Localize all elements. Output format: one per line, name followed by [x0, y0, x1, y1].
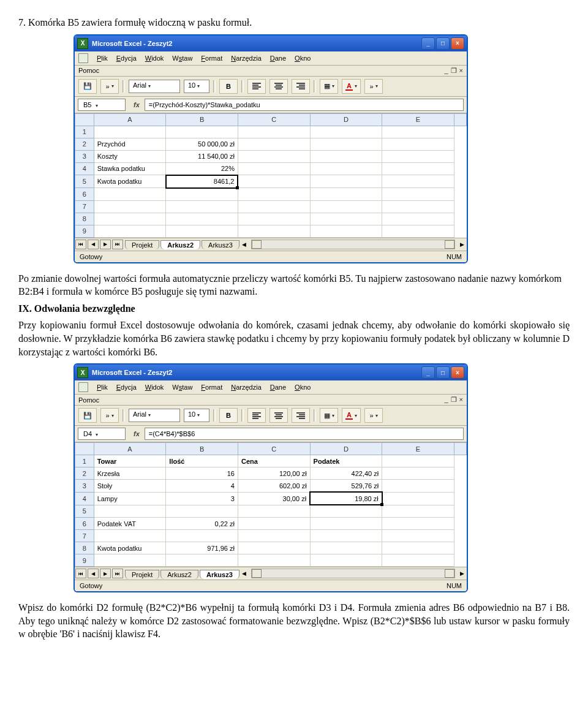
- maximize-button[interactable]: □: [436, 37, 450, 50]
- cell[interactable]: Lampy: [94, 492, 166, 505]
- menu-pomoc[interactable]: Pomoc: [78, 396, 99, 404]
- row-header[interactable]: 3: [75, 150, 94, 162]
- menu-narzedzia[interactable]: Narzędzia: [231, 384, 262, 391]
- cell[interactable]: [310, 188, 382, 201]
- cell[interactable]: [94, 188, 166, 201]
- cell[interactable]: 422,40 zł: [310, 467, 382, 480]
- cell[interactable]: [382, 480, 454, 493]
- toolbar-more-1[interactable]: »▾: [100, 408, 119, 423]
- align-center-button[interactable]: [270, 408, 288, 423]
- cell[interactable]: [310, 126, 382, 138]
- cell[interactable]: Kwota podatku: [94, 175, 166, 188]
- tab-nav-first[interactable]: ⏮: [75, 569, 86, 578]
- cell[interactable]: [238, 225, 310, 237]
- cell[interactable]: 120,00 zł: [238, 467, 310, 480]
- tab-nav-next[interactable]: ▶: [100, 240, 111, 249]
- font-color-button[interactable]: A▾: [342, 408, 361, 423]
- cell[interactable]: Stawka podatku: [94, 162, 166, 175]
- font-size-selector[interactable]: 10▾: [184, 80, 209, 93]
- tab-scroll-left[interactable]: ◀: [239, 570, 249, 577]
- cell[interactable]: [238, 150, 310, 162]
- fx-icon[interactable]: fx: [129, 430, 145, 437]
- cell[interactable]: [310, 175, 382, 188]
- cell[interactable]: Podatek VAT: [94, 518, 166, 530]
- cell[interactable]: [382, 126, 454, 138]
- row-header[interactable]: 1: [75, 126, 94, 138]
- align-right-button[interactable]: [292, 408, 310, 423]
- font-size-selector[interactable]: 10▾: [184, 409, 209, 422]
- cell[interactable]: 16: [166, 467, 238, 480]
- row-header[interactable]: 7: [75, 200, 94, 213]
- menu-pomoc[interactable]: Pomoc: [78, 67, 99, 74]
- borders-button[interactable]: ▦▾: [320, 79, 338, 94]
- cell[interactable]: [382, 200, 454, 213]
- align-left-button[interactable]: [247, 408, 266, 423]
- close-button[interactable]: ×: [451, 37, 464, 50]
- cell[interactable]: [238, 554, 310, 567]
- row-header[interactable]: 7: [75, 530, 94, 542]
- font-color-button[interactable]: A▾: [342, 79, 361, 94]
- tab-nav-next[interactable]: ▶: [100, 569, 111, 578]
- cell[interactable]: [238, 126, 310, 138]
- menu-edycja[interactable]: Edycja: [116, 55, 137, 62]
- cell[interactable]: [382, 492, 454, 505]
- menu-format[interactable]: Format: [201, 384, 222, 391]
- maximize-button[interactable]: □: [436, 366, 450, 379]
- menu-plik[interactable]: Plik: [97, 384, 108, 391]
- menu-okno[interactable]: Okno: [295, 55, 311, 62]
- toolbar-more-2[interactable]: »▾: [364, 408, 383, 423]
- row-header[interactable]: 8: [75, 213, 94, 225]
- cell[interactable]: [310, 138, 382, 150]
- cell[interactable]: Kwota podatku: [94, 542, 166, 554]
- cell[interactable]: [166, 126, 238, 138]
- cell[interactable]: [238, 213, 310, 225]
- row-header[interactable]: 6: [75, 188, 94, 201]
- cell[interactable]: [310, 554, 382, 567]
- bold-button[interactable]: B: [219, 408, 238, 423]
- row-header[interactable]: 8: [75, 542, 94, 554]
- cell[interactable]: [166, 213, 238, 225]
- cell[interactable]: 529,76 zł: [310, 480, 382, 493]
- cell[interactable]: Ilość: [166, 455, 238, 467]
- menu-dane[interactable]: Dane: [270, 55, 286, 62]
- tab-scroll-left[interactable]: ◀: [239, 241, 249, 248]
- cell[interactable]: [238, 162, 310, 175]
- cell[interactable]: [382, 530, 454, 542]
- cell[interactable]: [310, 518, 382, 530]
- name-box[interactable]: B5 ▾: [78, 99, 126, 111]
- cell[interactable]: [382, 175, 454, 188]
- cell[interactable]: [382, 554, 454, 567]
- cell[interactable]: [382, 505, 454, 518]
- save-button[interactable]: 💾: [78, 408, 97, 423]
- cell[interactable]: [382, 455, 454, 467]
- cell[interactable]: Przychód: [94, 138, 166, 150]
- formula-input[interactable]: =(Przychód-Koszty)*Stawka_podatku: [145, 99, 464, 111]
- doc-close-button[interactable]: ×: [459, 67, 463, 75]
- cell[interactable]: Koszty: [94, 150, 166, 162]
- cell[interactable]: 3: [166, 492, 238, 505]
- cell[interactable]: [382, 467, 454, 480]
- horizontal-scrollbar[interactable]: [251, 569, 455, 578]
- sheet-tab-arkusz3[interactable]: Arkusz3: [200, 570, 239, 579]
- cell[interactable]: [238, 200, 310, 213]
- formula-input[interactable]: =(C4*B4)*$B$6: [145, 428, 464, 440]
- sheet-tab-arkusz3[interactable]: Arkusz3: [202, 240, 239, 249]
- cell[interactable]: Stoły: [94, 480, 166, 493]
- cell[interactable]: [382, 213, 454, 225]
- cell[interactable]: [238, 175, 310, 188]
- menu-narzedzia[interactable]: Narzędzia: [231, 55, 262, 62]
- menu-wstaw[interactable]: Wstaw: [172, 55, 192, 62]
- cell[interactable]: [238, 542, 310, 554]
- cell[interactable]: [310, 213, 382, 225]
- cell[interactable]: [94, 126, 166, 138]
- spreadsheet-grid[interactable]: ABCDE 1TowarIlośćCenaPodatek2Krzesła1612…: [75, 442, 467, 567]
- row-header[interactable]: 9: [75, 554, 94, 567]
- font-selector[interactable]: Arial▾: [129, 409, 180, 422]
- tab-scroll-right[interactable]: ▶: [458, 241, 467, 248]
- tab-nav-prev[interactable]: ◀: [88, 240, 99, 249]
- cell[interactable]: [166, 225, 238, 237]
- cell[interactable]: [238, 530, 310, 542]
- cell[interactable]: [310, 505, 382, 518]
- cell[interactable]: Podatek: [310, 455, 382, 467]
- sheet-tab-projekt[interactable]: Projekt: [125, 570, 159, 579]
